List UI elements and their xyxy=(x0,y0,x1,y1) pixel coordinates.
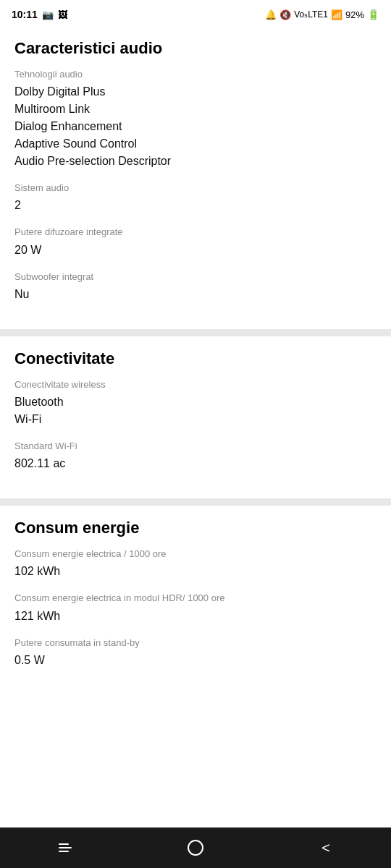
field-wireless-value: Bluetooth Wi-Fi xyxy=(14,393,377,428)
tech-value-4: Audio Pre-selection Descriptor xyxy=(14,153,377,170)
field-standby-label: Putere consumata in stand-by xyxy=(14,637,377,650)
field-consum-1000-label: Consum energie electrica / 1000 ore xyxy=(14,548,377,561)
section-conectivitate: Conectivitate Conectivitate wireless Blu… xyxy=(0,336,391,498)
wifi-icon: Vo₅LTE1 xyxy=(294,9,328,20)
field-wireless-label: Conectivitate wireless xyxy=(14,378,377,391)
tech-value-2: Dialog Enhancement xyxy=(14,118,377,135)
tech-value-3: Adaptive Sound Control xyxy=(14,135,377,153)
field-standard-wifi-label: Standard Wi-Fi xyxy=(14,440,377,453)
field-subwoofer-value: Nu xyxy=(14,286,377,303)
section-audio: Caracteristici audio Tehnologii audio Do… xyxy=(0,26,391,329)
section-consum: Consum energie Consum energie electrica … xyxy=(0,506,391,695)
field-sistem-audio-value: 2 xyxy=(14,197,377,214)
field-consum-hdr-value: 121 kWh xyxy=(14,608,377,625)
nav-recent-button[interactable] xyxy=(43,833,87,862)
field-standard-wifi: Standard Wi-Fi 802.11 ac xyxy=(14,440,377,472)
field-putere: Putere difuzoare integrate 20 W xyxy=(14,226,377,258)
mute-icon: 🔇 xyxy=(279,9,291,20)
time: 10:11 xyxy=(12,9,38,20)
status-right: 🔔 🔇 Vo₅LTE1 📶 92% 🔋 xyxy=(265,9,379,20)
field-tehnologii-audio-label: Tehnologii audio xyxy=(14,68,377,81)
nav-back-button[interactable]: < xyxy=(304,833,348,862)
back-icon: < xyxy=(321,840,330,856)
field-sistem-audio: Sistem audio 2 xyxy=(14,182,377,214)
field-subwoofer-label: Subwoofer integrat xyxy=(14,271,377,284)
section-conectivitate-title: Conectivitate xyxy=(14,349,377,368)
field-standard-wifi-value: 802.11 ac xyxy=(14,455,377,472)
field-putere-value: 20 W xyxy=(14,242,377,259)
field-putere-label: Putere difuzoare integrate xyxy=(14,226,377,239)
section-consum-title: Consum energie xyxy=(14,519,377,537)
field-consum-1000: Consum energie electrica / 1000 ore 102 … xyxy=(14,548,377,580)
field-standby-value: 0.5 W xyxy=(14,652,377,669)
home-icon xyxy=(188,840,203,856)
field-tehnologii-audio: Tehnologii audio Dolby Digital Plus Mult… xyxy=(14,68,377,170)
alarm-icon: 🔔 xyxy=(265,9,277,20)
divider-1 xyxy=(0,329,391,336)
battery-percentage: 92% xyxy=(345,9,364,20)
status-bar: 10:11 📷 🖼 🔔 🔇 Vo₅LTE1 📶 92% 🔋 xyxy=(0,0,391,26)
field-wireless: Conectivitate wireless Bluetooth Wi-Fi xyxy=(14,378,377,428)
tech-value-1: Multiroom Link xyxy=(14,101,377,118)
recent-icon xyxy=(59,843,72,852)
main-content: Caracteristici audio Tehnologii audio Do… xyxy=(0,26,391,736)
field-tehnologii-audio-value: Dolby Digital Plus Multiroom Link Dialog… xyxy=(14,83,377,170)
divider-2 xyxy=(0,498,391,506)
wireless-value-0: Bluetooth xyxy=(14,393,377,411)
tech-value-0: Dolby Digital Plus xyxy=(14,83,377,101)
nav-bar: < xyxy=(0,827,391,868)
battery-icon: 🔋 xyxy=(367,9,379,20)
field-sistem-audio-label: Sistem audio xyxy=(14,182,377,195)
field-consum-1000-value: 102 kWh xyxy=(14,563,377,580)
nav-home-button[interactable] xyxy=(174,833,217,862)
field-consum-hdr: Consum energie electrica in modul HDR/ 1… xyxy=(14,592,377,624)
section-audio-title: Caracteristici audio xyxy=(14,39,377,58)
field-standby: Putere consumata in stand-by 0.5 W xyxy=(14,637,377,669)
field-subwoofer: Subwoofer integrat Nu xyxy=(14,271,377,303)
field-consum-hdr-label: Consum energie electrica in modul HDR/ 1… xyxy=(14,592,377,605)
signal-icon: 📶 xyxy=(331,9,342,20)
wireless-value-1: Wi-Fi xyxy=(14,411,377,428)
image-icon: 🖼 xyxy=(58,9,67,20)
camera-icon: 📷 xyxy=(42,9,54,20)
status-left: 10:11 📷 🖼 xyxy=(12,9,67,20)
